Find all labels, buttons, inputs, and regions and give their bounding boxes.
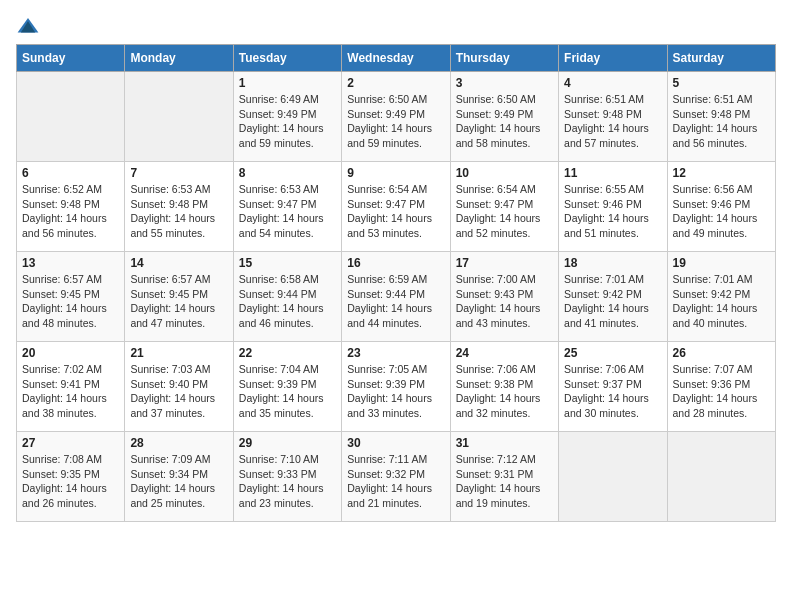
day-info: Sunrise: 6:58 AMSunset: 9:44 PMDaylight:… [239, 272, 336, 331]
day-number: 29 [239, 436, 336, 450]
day-info: Sunrise: 7:06 AMSunset: 9:37 PMDaylight:… [564, 362, 661, 421]
day-info: Sunrise: 6:51 AMSunset: 9:48 PMDaylight:… [564, 92, 661, 151]
day-number: 11 [564, 166, 661, 180]
day-info: Sunrise: 7:03 AMSunset: 9:40 PMDaylight:… [130, 362, 227, 421]
day-info: Sunrise: 7:02 AMSunset: 9:41 PMDaylight:… [22, 362, 119, 421]
calendar-cell: 25Sunrise: 7:06 AMSunset: 9:37 PMDayligh… [559, 342, 667, 432]
day-number: 10 [456, 166, 553, 180]
weekday-header-row: SundayMondayTuesdayWednesdayThursdayFrid… [17, 45, 776, 72]
weekday-wednesday: Wednesday [342, 45, 450, 72]
day-info: Sunrise: 7:00 AMSunset: 9:43 PMDaylight:… [456, 272, 553, 331]
calendar-cell: 18Sunrise: 7:01 AMSunset: 9:42 PMDayligh… [559, 252, 667, 342]
page-header [16, 16, 776, 36]
logo [16, 16, 44, 36]
day-info: Sunrise: 6:53 AMSunset: 9:48 PMDaylight:… [130, 182, 227, 241]
calendar-cell: 23Sunrise: 7:05 AMSunset: 9:39 PMDayligh… [342, 342, 450, 432]
calendar-cell: 16Sunrise: 6:59 AMSunset: 9:44 PMDayligh… [342, 252, 450, 342]
day-number: 17 [456, 256, 553, 270]
day-number: 6 [22, 166, 119, 180]
calendar-body: 1Sunrise: 6:49 AMSunset: 9:49 PMDaylight… [17, 72, 776, 522]
calendar-cell: 12Sunrise: 6:56 AMSunset: 9:46 PMDayligh… [667, 162, 775, 252]
day-number: 25 [564, 346, 661, 360]
calendar-cell: 3Sunrise: 6:50 AMSunset: 9:49 PMDaylight… [450, 72, 558, 162]
weekday-saturday: Saturday [667, 45, 775, 72]
calendar-cell: 15Sunrise: 6:58 AMSunset: 9:44 PMDayligh… [233, 252, 341, 342]
day-info: Sunrise: 6:51 AMSunset: 9:48 PMDaylight:… [673, 92, 770, 151]
day-number: 4 [564, 76, 661, 90]
weekday-friday: Friday [559, 45, 667, 72]
logo-icon [16, 16, 40, 36]
day-info: Sunrise: 7:05 AMSunset: 9:39 PMDaylight:… [347, 362, 444, 421]
day-info: Sunrise: 7:11 AMSunset: 9:32 PMDaylight:… [347, 452, 444, 511]
day-number: 15 [239, 256, 336, 270]
calendar-cell: 14Sunrise: 6:57 AMSunset: 9:45 PMDayligh… [125, 252, 233, 342]
calendar-cell: 28Sunrise: 7:09 AMSunset: 9:34 PMDayligh… [125, 432, 233, 522]
day-number: 28 [130, 436, 227, 450]
calendar-cell: 22Sunrise: 7:04 AMSunset: 9:39 PMDayligh… [233, 342, 341, 432]
day-number: 19 [673, 256, 770, 270]
day-info: Sunrise: 6:54 AMSunset: 9:47 PMDaylight:… [347, 182, 444, 241]
day-info: Sunrise: 7:01 AMSunset: 9:42 PMDaylight:… [673, 272, 770, 331]
calendar-cell: 10Sunrise: 6:54 AMSunset: 9:47 PMDayligh… [450, 162, 558, 252]
day-info: Sunrise: 7:09 AMSunset: 9:34 PMDaylight:… [130, 452, 227, 511]
calendar-cell: 30Sunrise: 7:11 AMSunset: 9:32 PMDayligh… [342, 432, 450, 522]
day-info: Sunrise: 6:50 AMSunset: 9:49 PMDaylight:… [456, 92, 553, 151]
calendar-cell [17, 72, 125, 162]
calendar-cell [125, 72, 233, 162]
calendar-cell: 9Sunrise: 6:54 AMSunset: 9:47 PMDaylight… [342, 162, 450, 252]
weekday-sunday: Sunday [17, 45, 125, 72]
week-row-2: 6Sunrise: 6:52 AMSunset: 9:48 PMDaylight… [17, 162, 776, 252]
day-info: Sunrise: 6:53 AMSunset: 9:47 PMDaylight:… [239, 182, 336, 241]
day-number: 7 [130, 166, 227, 180]
calendar-cell [667, 432, 775, 522]
calendar-cell: 11Sunrise: 6:55 AMSunset: 9:46 PMDayligh… [559, 162, 667, 252]
day-info: Sunrise: 6:50 AMSunset: 9:49 PMDaylight:… [347, 92, 444, 151]
day-number: 8 [239, 166, 336, 180]
day-number: 22 [239, 346, 336, 360]
calendar-cell: 7Sunrise: 6:53 AMSunset: 9:48 PMDaylight… [125, 162, 233, 252]
week-row-3: 13Sunrise: 6:57 AMSunset: 9:45 PMDayligh… [17, 252, 776, 342]
calendar-cell: 4Sunrise: 6:51 AMSunset: 9:48 PMDaylight… [559, 72, 667, 162]
day-info: Sunrise: 6:55 AMSunset: 9:46 PMDaylight:… [564, 182, 661, 241]
calendar-cell: 13Sunrise: 6:57 AMSunset: 9:45 PMDayligh… [17, 252, 125, 342]
calendar-cell: 19Sunrise: 7:01 AMSunset: 9:42 PMDayligh… [667, 252, 775, 342]
calendar-cell: 6Sunrise: 6:52 AMSunset: 9:48 PMDaylight… [17, 162, 125, 252]
day-info: Sunrise: 6:54 AMSunset: 9:47 PMDaylight:… [456, 182, 553, 241]
calendar-cell [559, 432, 667, 522]
weekday-thursday: Thursday [450, 45, 558, 72]
calendar-cell: 27Sunrise: 7:08 AMSunset: 9:35 PMDayligh… [17, 432, 125, 522]
day-number: 27 [22, 436, 119, 450]
day-info: Sunrise: 7:01 AMSunset: 9:42 PMDaylight:… [564, 272, 661, 331]
day-info: Sunrise: 6:57 AMSunset: 9:45 PMDaylight:… [22, 272, 119, 331]
day-info: Sunrise: 7:12 AMSunset: 9:31 PMDaylight:… [456, 452, 553, 511]
day-number: 18 [564, 256, 661, 270]
calendar-header: SundayMondayTuesdayWednesdayThursdayFrid… [17, 45, 776, 72]
day-info: Sunrise: 7:04 AMSunset: 9:39 PMDaylight:… [239, 362, 336, 421]
calendar-cell: 24Sunrise: 7:06 AMSunset: 9:38 PMDayligh… [450, 342, 558, 432]
day-number: 31 [456, 436, 553, 450]
calendar-cell: 5Sunrise: 6:51 AMSunset: 9:48 PMDaylight… [667, 72, 775, 162]
day-number: 14 [130, 256, 227, 270]
day-number: 24 [456, 346, 553, 360]
day-number: 30 [347, 436, 444, 450]
day-info: Sunrise: 7:08 AMSunset: 9:35 PMDaylight:… [22, 452, 119, 511]
day-number: 3 [456, 76, 553, 90]
calendar-cell: 26Sunrise: 7:07 AMSunset: 9:36 PMDayligh… [667, 342, 775, 432]
calendar-cell: 1Sunrise: 6:49 AMSunset: 9:49 PMDaylight… [233, 72, 341, 162]
day-number: 9 [347, 166, 444, 180]
day-info: Sunrise: 7:10 AMSunset: 9:33 PMDaylight:… [239, 452, 336, 511]
day-number: 23 [347, 346, 444, 360]
calendar-cell: 21Sunrise: 7:03 AMSunset: 9:40 PMDayligh… [125, 342, 233, 432]
day-number: 20 [22, 346, 119, 360]
day-number: 26 [673, 346, 770, 360]
day-number: 13 [22, 256, 119, 270]
calendar-cell: 20Sunrise: 7:02 AMSunset: 9:41 PMDayligh… [17, 342, 125, 432]
day-number: 2 [347, 76, 444, 90]
day-number: 21 [130, 346, 227, 360]
calendar-cell: 8Sunrise: 6:53 AMSunset: 9:47 PMDaylight… [233, 162, 341, 252]
day-info: Sunrise: 7:07 AMSunset: 9:36 PMDaylight:… [673, 362, 770, 421]
day-info: Sunrise: 6:52 AMSunset: 9:48 PMDaylight:… [22, 182, 119, 241]
day-info: Sunrise: 6:49 AMSunset: 9:49 PMDaylight:… [239, 92, 336, 151]
week-row-1: 1Sunrise: 6:49 AMSunset: 9:49 PMDaylight… [17, 72, 776, 162]
day-number: 12 [673, 166, 770, 180]
